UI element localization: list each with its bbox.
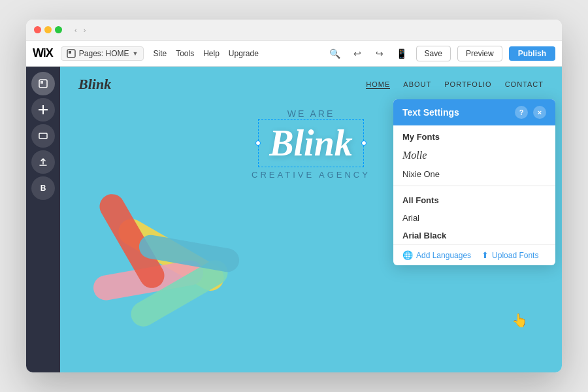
- creative-agency-text: CREATIVE AGENCY: [252, 170, 370, 180]
- right-selection-handle[interactable]: [361, 140, 367, 146]
- sidebar-media-button[interactable]: [31, 124, 55, 148]
- font-nixie-one[interactable]: Nixie One: [393, 165, 555, 183]
- add-languages-link[interactable]: 🌐 Add Languages: [402, 250, 471, 260]
- help-menu-item[interactable]: Help: [203, 49, 220, 58]
- maximize-traffic-light[interactable]: [55, 26, 62, 33]
- site-logo: Blink: [78, 76, 111, 93]
- canvas-area[interactable]: Blink HOME ABOUT PORTFOLIO CONTACT WE AR…: [60, 67, 562, 372]
- editor-area: B Blink HOME ABOUT PORTFOLIO CONTACT: [26, 67, 562, 372]
- preview-button[interactable]: Preview: [457, 46, 502, 61]
- wix-topbar: WiX Pages: HOME ▼ Site Tools Help Upgrad…: [26, 41, 562, 67]
- pencils-illustration: [73, 203, 269, 372]
- media-icon: [39, 131, 48, 140]
- pages-chevron-icon: ▼: [133, 50, 139, 57]
- nav-portfolio[interactable]: PORTFOLIO: [444, 80, 491, 89]
- pages-dropdown[interactable]: Pages: HOME ▼: [61, 46, 144, 61]
- font-arial[interactable]: Arial: [393, 209, 555, 227]
- panel-footer: 🌐 Add Languages ⬆ Upload Fonts: [393, 244, 555, 265]
- mobile-icon[interactable]: 📱: [394, 46, 410, 61]
- forward-arrow[interactable]: ›: [82, 25, 88, 35]
- pages-sidebar-icon: [38, 78, 48, 89]
- upload-fonts-label: Upload Fonts: [492, 251, 538, 260]
- panel-header-icons: ? ×: [515, 106, 546, 119]
- redo-icon[interactable]: ↪: [372, 46, 387, 61]
- upgrade-menu-item[interactable]: Upgrade: [229, 49, 259, 58]
- cursor: 👆: [512, 312, 528, 328]
- website-canvas: Blink HOME ABOUT PORTFOLIO CONTACT WE AR…: [60, 67, 562, 372]
- text-settings-panel: Text Settings ? × My Fonts Molle Nixie O…: [393, 99, 555, 265]
- panel-divider-1: [393, 186, 555, 186]
- panel-help-button[interactable]: ?: [515, 106, 528, 119]
- sidebar-blog-button[interactable]: B: [31, 176, 55, 200]
- tools-menu-item[interactable]: Tools: [176, 49, 194, 58]
- panel-header: Text Settings ? ×: [393, 99, 555, 125]
- font-arial-black[interactable]: Arial Black: [393, 227, 555, 244]
- topbar-menu: Site Tools Help Upgrade: [153, 49, 258, 58]
- sidebar-upload-button[interactable]: [31, 150, 55, 174]
- left-selection-handle[interactable]: [255, 140, 261, 146]
- nav-about[interactable]: ABOUT: [403, 80, 431, 89]
- plus-icon: [39, 105, 48, 114]
- panel-close-button[interactable]: ×: [533, 106, 546, 119]
- panel-body: My Fonts Molle Nixie One All Fonts Arial…: [393, 125, 555, 265]
- we-are-text: WE ARE: [287, 108, 335, 119]
- my-fonts-header: My Fonts: [393, 125, 555, 146]
- add-languages-label: Add Languages: [416, 251, 471, 260]
- topbar-tools: 🔍 ↩ ↪ 📱 Save Preview Publish: [327, 46, 555, 61]
- all-fonts-header: All Fonts: [393, 189, 555, 209]
- blog-icon: B: [41, 184, 46, 193]
- minimize-traffic-light[interactable]: [44, 26, 52, 33]
- save-button[interactable]: Save: [416, 46, 451, 61]
- font-molle[interactable]: Molle: [393, 146, 555, 165]
- sidebar-pages-button[interactable]: [31, 72, 55, 95]
- back-arrow[interactable]: ‹: [73, 25, 79, 35]
- close-traffic-light[interactable]: [34, 26, 41, 33]
- wix-logo: WiX: [33, 46, 53, 60]
- upload-icon: [39, 157, 48, 167]
- upload-fonts-icon: ⬆: [482, 250, 489, 260]
- browser-window: ‹ › WiX Pages: HOME ▼ Site Tools Help Up…: [26, 20, 562, 372]
- left-sidebar: B: [26, 67, 60, 372]
- upload-fonts-link[interactable]: ⬆ Upload Fonts: [482, 250, 538, 260]
- browser-chrome: ‹ ›: [26, 20, 562, 41]
- selected-text-box[interactable]: Blink: [258, 119, 364, 167]
- traffic-lights: [34, 26, 62, 33]
- pages-label: Pages: HOME: [79, 49, 129, 58]
- svg-rect-5: [39, 109, 48, 110]
- svg-rect-3: [41, 81, 43, 84]
- site-nav: HOME ABOUT PORTFOLIO CONTACT: [366, 80, 544, 89]
- site-menu-item[interactable]: Site: [153, 49, 167, 58]
- publish-button[interactable]: Publish: [509, 46, 555, 61]
- nav-home[interactable]: HOME: [366, 80, 390, 89]
- pages-icon: [67, 49, 76, 58]
- undo-icon[interactable]: ↩: [350, 46, 365, 61]
- search-icon[interactable]: 🔍: [327, 46, 343, 61]
- svg-rect-6: [39, 133, 47, 139]
- sidebar-add-button[interactable]: [31, 98, 55, 122]
- blink-hero-title: Blink: [269, 122, 353, 164]
- browser-nav: ‹ ›: [73, 25, 88, 35]
- add-languages-icon: 🌐: [402, 250, 413, 260]
- nav-contact[interactable]: CONTACT: [505, 80, 544, 89]
- svg-rect-1: [69, 51, 71, 54]
- site-header: Blink HOME ABOUT PORTFOLIO CONTACT: [60, 67, 562, 102]
- panel-title: Text Settings: [402, 107, 459, 118]
